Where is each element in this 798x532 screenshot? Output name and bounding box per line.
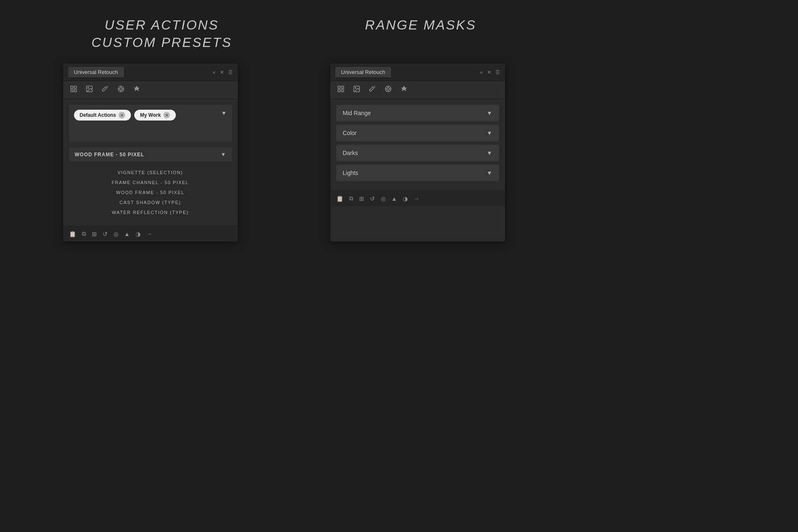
left-panel-titlebar: Universal Retouch « ✕ ☰ — [63, 64, 238, 81]
right-menu-icon[interactable]: ☰ — [495, 69, 500, 75]
darks-label: Darks — [343, 150, 358, 156]
right-bottom-shutter-icon[interactable]: ◎ — [381, 195, 386, 202]
color-label: Color — [343, 130, 357, 136]
left-panel-toolbar — [63, 81, 238, 99]
darks-arrow: ▼ — [487, 150, 493, 156]
mid-range-arrow: ▼ — [487, 110, 493, 116]
right-panel-content: Mid Range ▼ Color ▼ Darks ▼ Lights ▼ — [330, 99, 505, 190]
action-water-reflection[interactable]: WATER REFLECTION (TYPE) — [112, 208, 189, 217]
right-bottom-grid-icon[interactable]: ⊞ — [359, 195, 364, 202]
mid-range-label: Mid Range — [343, 110, 371, 116]
right-close-icon[interactable]: ✕ — [487, 69, 491, 75]
brush-icon[interactable] — [101, 85, 109, 94]
my-work-tag[interactable]: My Work ✕ — [134, 110, 176, 121]
right-bottom-tonal-icon[interactable]: ◑ — [403, 195, 408, 202]
svg-point-7 — [120, 88, 122, 90]
svg-rect-3 — [74, 90, 76, 92]
right-section-title: RANGE MASKS — [365, 17, 476, 51]
svg-rect-14 — [338, 90, 340, 92]
right-brush-icon[interactable] — [369, 85, 376, 94]
default-actions-tag[interactable]: Default Actions ✕ — [74, 110, 131, 121]
bottom-grid-icon[interactable]: ⊞ — [92, 231, 97, 237]
bottom-shutter-icon[interactable]: ◎ — [113, 231, 118, 237]
right-panel-toolbar — [330, 81, 505, 99]
actions-list: VIGNETTE (SELECTION) FRAME CHANNEL - 50 … — [69, 167, 232, 220]
bottom-tonal-icon[interactable]: ◑ — [135, 231, 140, 237]
presets-icon[interactable] — [133, 85, 140, 94]
right-presets-icon[interactable] — [400, 85, 408, 94]
tags-dropdown-arrow[interactable]: ▼ — [221, 110, 227, 116]
lights-arrow: ▼ — [487, 170, 493, 176]
lights-label: Lights — [343, 170, 358, 176]
left-panel-titlebar-icons: « ✕ ☰ — [213, 69, 233, 75]
wood-frame-arrow: ▼ — [221, 151, 226, 158]
action-cast-shadow[interactable]: CAST SHADOW (TYPE) — [120, 198, 181, 207]
tags-area: Default Actions ✕ My Work ✕ ▼ — [69, 105, 232, 142]
target-icon[interactable] — [117, 85, 125, 94]
close-icon[interactable]: ✕ — [220, 69, 224, 75]
wood-frame-label: WOOD FRAME - 50 PIXEL — [75, 152, 145, 158]
color-arrow: ▼ — [487, 130, 493, 136]
menu-icon[interactable]: ☰ — [228, 69, 233, 75]
bottom-levels-icon[interactable]: ▲ — [124, 231, 130, 237]
mid-range-dropdown[interactable]: Mid Range ▼ — [336, 105, 499, 121]
left-panel-content: Default Actions ✕ My Work ✕ ▼ WOOD FRAME… — [63, 99, 238, 226]
svg-point-19 — [387, 88, 389, 90]
right-panel-titlebar-icons: « ✕ ☰ — [480, 69, 500, 75]
color-dropdown[interactable]: Color ▼ — [336, 125, 499, 141]
right-panel-titlebar: Universal Retouch « ✕ ☰ — [330, 64, 505, 81]
right-actions-icon[interactable] — [337, 85, 345, 94]
collapse-icon[interactable]: « — [213, 69, 216, 75]
bottom-arrow-icon[interactable]: → — [146, 231, 152, 237]
svg-point-5 — [88, 87, 89, 88]
right-bottom-arrow-icon[interactable]: → — [414, 195, 419, 202]
svg-rect-13 — [341, 86, 343, 88]
svg-point-17 — [355, 87, 356, 88]
left-panel-bottombar: 📋 ⧉ ⊞ ↺ ◎ ▲ ◑ → — [63, 226, 238, 241]
bottom-clipboard-icon[interactable]: 📋 — [69, 231, 76, 237]
right-panel: Universal Retouch « ✕ ☰ — [330, 64, 505, 241]
right-bottom-levels-icon[interactable]: ▲ — [392, 195, 397, 202]
bottom-copy-icon[interactable]: ⧉ — [82, 230, 86, 237]
wood-frame-dropdown[interactable]: WOOD FRAME - 50 PIXEL ▼ — [69, 147, 232, 162]
right-target-icon[interactable] — [384, 85, 392, 94]
svg-rect-2 — [71, 90, 73, 92]
actions-icon[interactable] — [70, 85, 77, 94]
svg-rect-12 — [338, 86, 340, 88]
left-panel-title: Universal Retouch — [68, 67, 124, 77]
right-panel-title: Universal Retouch — [335, 67, 391, 77]
left-panel: Universal Retouch « ✕ ☰ — [63, 64, 238, 241]
action-wood-frame[interactable]: WOOD FRAME - 50 PIXEL — [116, 188, 185, 197]
bottom-refresh-icon[interactable]: ↺ — [103, 231, 108, 237]
svg-rect-0 — [71, 86, 73, 88]
darks-dropdown[interactable]: Darks ▼ — [336, 145, 499, 161]
action-frame-channel[interactable]: FRAME CHANNEL - 50 PIXEL — [112, 178, 189, 187]
right-bottom-copy-icon[interactable]: ⧉ — [349, 195, 353, 202]
right-collapse-icon[interactable]: « — [480, 69, 483, 75]
left-section-title: USER ACTIONS CUSTOM PRESETS — [91, 17, 232, 51]
svg-rect-15 — [341, 90, 343, 92]
lights-dropdown[interactable]: Lights ▼ — [336, 165, 499, 181]
my-work-close[interactable]: ✕ — [163, 112, 170, 118]
action-vignette[interactable]: VIGNETTE (SELECTION) — [118, 168, 183, 177]
image-icon[interactable] — [86, 85, 93, 94]
right-bottom-refresh-icon[interactable]: ↺ — [370, 195, 375, 202]
default-actions-close[interactable]: ✕ — [118, 112, 125, 118]
right-image-icon[interactable] — [353, 85, 360, 94]
right-bottom-clipboard-icon[interactable]: 📋 — [336, 195, 343, 202]
svg-rect-1 — [74, 86, 76, 88]
right-panel-bottombar: 📋 ⧉ ⊞ ↺ ◎ ▲ ◑ → — [330, 190, 505, 206]
